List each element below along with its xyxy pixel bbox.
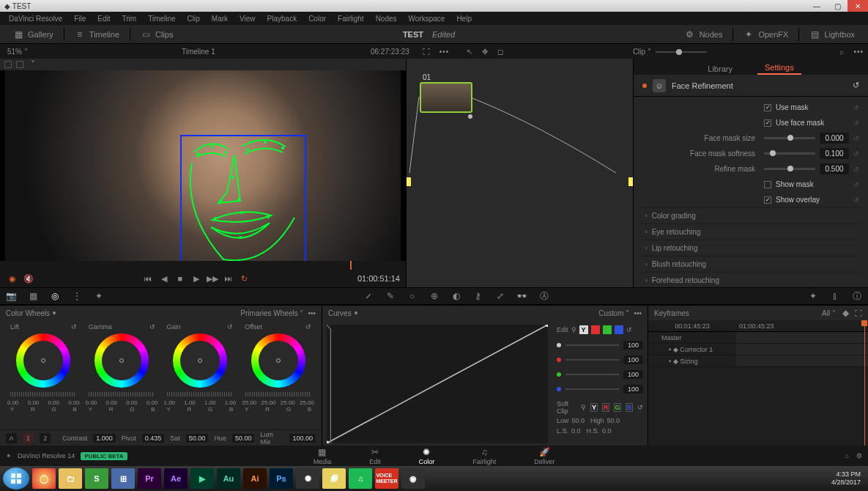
offset-jog[interactable] bbox=[245, 392, 311, 396]
primaries-mode[interactable]: Primaries Wheels ˅ bbox=[240, 309, 303, 317]
taskbar-photoshop[interactable]: Ps bbox=[270, 468, 293, 489]
hs-value[interactable]: 0.0 bbox=[602, 427, 612, 435]
low-value[interactable]: 50.0 bbox=[572, 417, 585, 424]
lift-reset-icon[interactable]: ↺ bbox=[71, 323, 77, 331]
nodes-output-bar[interactable] bbox=[628, 177, 633, 186]
tab-library[interactable]: Library bbox=[700, 63, 740, 75]
taskbar-notes[interactable]: 🗊 bbox=[322, 468, 346, 489]
offset-wheel[interactable] bbox=[251, 333, 305, 388]
reset-icon[interactable]: ↺ bbox=[853, 104, 861, 111]
sat-value[interactable]: 50.00 bbox=[186, 434, 209, 443]
nodes-panel[interactable]: 01 bbox=[407, 59, 634, 287]
curves-link-icon[interactable]: ⚲ bbox=[571, 326, 576, 333]
clips-button[interactable]: ▭Clips bbox=[133, 28, 180, 41]
qualifier-icon[interactable]: ✎ bbox=[379, 291, 401, 301]
use-mask-checkbox[interactable]: ✓ bbox=[764, 104, 771, 111]
color-wheels-icon[interactable]: ◎ bbox=[44, 291, 66, 301]
blur-icon[interactable]: ◐ bbox=[445, 291, 467, 301]
page-color[interactable]: ✺Color bbox=[415, 446, 439, 467]
nodes-rect-icon[interactable]: ◻ bbox=[493, 48, 508, 56]
menu-edit[interactable]: Edit bbox=[92, 15, 116, 23]
timeline-button[interactable]: ≡Timeline bbox=[67, 28, 127, 41]
window-minimize-button[interactable]: — bbox=[806, 0, 827, 12]
curves-plot[interactable] bbox=[327, 325, 548, 441]
menu-playback[interactable]: Playback bbox=[261, 15, 303, 23]
node-handle[interactable] bbox=[468, 114, 472, 119]
reset-icon[interactable]: ↺ bbox=[853, 196, 861, 204]
taskbar-app-1[interactable]: S bbox=[85, 468, 108, 489]
page-deliver[interactable]: 🚀Deliver bbox=[530, 446, 559, 467]
refine-mask-value[interactable]: 0.500 bbox=[820, 163, 849, 174]
window-icon[interactable]: ○ bbox=[401, 291, 423, 301]
offset-reset-icon[interactable]: ↺ bbox=[305, 323, 311, 331]
taskbar-app-2[interactable]: ⊞ bbox=[111, 468, 135, 489]
start-button[interactable] bbox=[3, 468, 29, 490]
info-icon[interactable]: ⓘ bbox=[846, 290, 868, 303]
face-mask-size-value[interactable]: 0.000 bbox=[820, 133, 849, 144]
channel-r-button[interactable] bbox=[591, 325, 600, 334]
clip-zoom-slider[interactable] bbox=[656, 51, 707, 53]
viewer-zoom[interactable]: 51% ˅ bbox=[0, 48, 35, 56]
section-blush-retouching[interactable]: ›Blush retouching bbox=[639, 256, 861, 272]
timeline-name[interactable]: Timeline 1 bbox=[35, 48, 362, 56]
refine-mask-slider[interactable] bbox=[764, 168, 815, 170]
project-settings-icon[interactable]: ⚙ bbox=[856, 452, 862, 459]
page-media[interactable]: ▦Media bbox=[309, 446, 336, 467]
section-forehead-retouching[interactable]: ›Forehead retouching bbox=[639, 272, 861, 287]
menu-workspace[interactable]: Workspace bbox=[403, 15, 451, 23]
reset-icon[interactable]: ↺ bbox=[853, 181, 861, 188]
taskbar-resolve[interactable]: ✺ bbox=[296, 468, 319, 489]
kf-playhead[interactable] bbox=[864, 320, 865, 446]
wheels-mode-a[interactable]: A bbox=[6, 433, 17, 443]
taskbar-illustrator[interactable]: Ai bbox=[243, 468, 267, 489]
ls-value[interactable]: 0.0 bbox=[571, 427, 581, 435]
page-edit[interactable]: ✂Edit bbox=[365, 446, 385, 467]
nodes-search-icon[interactable]: ⌕ bbox=[835, 48, 849, 56]
softclip-link-icon[interactable]: ⚲ bbox=[581, 404, 586, 411]
chan-b-value[interactable]: 100 bbox=[623, 385, 643, 394]
menu-timeline[interactable]: Timeline bbox=[142, 15, 181, 23]
taskbar-chrome[interactable]: ◯ bbox=[32, 468, 56, 489]
reset-icon[interactable]: ↺ bbox=[853, 135, 861, 142]
curves-options[interactable]: ••• bbox=[634, 309, 642, 317]
clip-dropdown[interactable]: Clip ˅ bbox=[633, 48, 651, 56]
key-icon[interactable]: ⚷ bbox=[467, 291, 489, 301]
taskbar-aftereffects[interactable]: Ae bbox=[164, 468, 188, 489]
pivot-value[interactable]: 0.435 bbox=[142, 434, 165, 443]
kf-master[interactable]: Master bbox=[648, 334, 736, 342]
lift-wheel[interactable] bbox=[16, 333, 70, 388]
window-close-button[interactable]: ✕ bbox=[847, 0, 868, 12]
reset-icon[interactable]: ↺ bbox=[853, 166, 861, 173]
stop-button[interactable]: ■ bbox=[174, 274, 187, 283]
viewer-mode-a[interactable] bbox=[4, 61, 12, 68]
face-mask-softness-slider[interactable] bbox=[764, 152, 815, 155]
menu-trim[interactable]: Trim bbox=[116, 15, 143, 23]
channel-g-button[interactable] bbox=[603, 325, 612, 334]
reset-icon[interactable]: ↺ bbox=[853, 150, 861, 158]
motion-effects-icon[interactable]: ✦ bbox=[88, 291, 110, 301]
gamma-jog[interactable] bbox=[89, 392, 155, 396]
taskbar-spotify[interactable]: ♫ bbox=[349, 468, 372, 489]
keyframes-icon[interactable]: ✦ bbox=[802, 291, 824, 301]
nodes-input-bar[interactable] bbox=[407, 177, 411, 186]
section-eye-retouching[interactable]: ›Eye retouching bbox=[639, 224, 861, 240]
nodes-options[interactable]: ••• bbox=[849, 48, 868, 56]
face-mask-softness-value[interactable]: 0.100 bbox=[820, 148, 849, 159]
nodes-button[interactable]: ⚙Nodes bbox=[678, 28, 730, 41]
menu-file[interactable]: File bbox=[68, 15, 92, 23]
chan-r-value[interactable]: 100 bbox=[623, 355, 643, 364]
gain-reset-icon[interactable]: ↺ bbox=[227, 323, 233, 331]
keyframes-all[interactable]: All ˅ bbox=[822, 309, 836, 317]
play-button[interactable]: ▶ bbox=[190, 274, 203, 284]
show-mask-checkbox[interactable] bbox=[764, 181, 771, 188]
camera-raw-icon[interactable]: 📷 bbox=[0, 291, 22, 301]
mute-icon[interactable]: 🔇 bbox=[22, 274, 35, 284]
softclip-y[interactable]: Y bbox=[590, 403, 598, 412]
wheels-page-1[interactable]: 1 bbox=[23, 433, 34, 443]
gamma-reset-icon[interactable]: ↺ bbox=[149, 323, 155, 331]
taskbar-obs[interactable]: ◉ bbox=[401, 468, 425, 489]
gallery-button[interactable]: ▦Gallery bbox=[6, 28, 61, 41]
viewer-expand-icon[interactable]: ⛶ bbox=[418, 48, 435, 56]
softclip-reset-icon[interactable]: ↺ bbox=[637, 404, 643, 411]
viewer-dropdown-icon[interactable]: ˅ bbox=[28, 59, 38, 70]
